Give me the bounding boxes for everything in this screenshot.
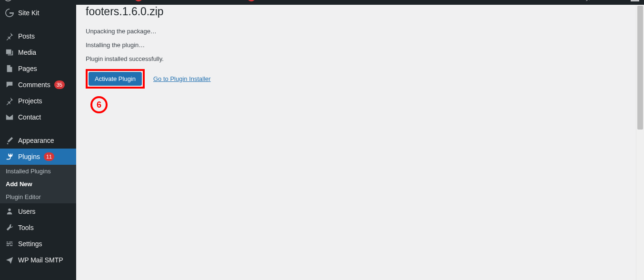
annotation-callout-6: 6 [90,96,108,113]
sidebar-item-media[interactable]: Media [0,44,76,60]
menu-separator [0,128,76,130]
performance-label: Performance [160,0,195,1]
callout-number: 6 [97,100,101,110]
sidebar-item-pages[interactable]: Pages [0,60,76,77]
pin-icon [5,97,14,105]
update-icon [62,0,70,1]
submenu-add-new[interactable]: Add New [0,178,76,190]
sidebar-label: Media [18,49,36,56]
comment-icon [87,0,94,1]
plug-icon [5,152,14,161]
annotation-highlight-box: Activate Plugin [86,69,145,89]
scrollbar-thumb[interactable] [637,6,643,130]
new-label: New [120,0,132,1]
sidebar-item-plugins[interactable]: Plugins 11 [0,149,76,165]
sidebar-item-contact[interactable]: Contact [0,109,76,125]
wpmail-label: WP Mail SMTP [203,0,245,1]
svg-point-1 [8,209,10,211]
sidebar-item-tools[interactable]: Tools [0,220,76,236]
admin-sidebar: Site Kit Posts Media Pages Comments 35 P… [0,5,76,280]
vertical-scrollbar[interactable] [636,5,644,280]
sidebar-label: Posts [18,32,35,40]
sidebar-label: Projects [18,97,42,105]
sidebar-item-wpmail[interactable]: WP Mail SMTP [0,252,76,268]
main-content: footers.1.6.0.zip Unpacking the package…… [76,5,636,98]
sidebar-label: Users [18,208,36,215]
toolbar-comments[interactable]: 55 [83,0,107,5]
toolbar-right[interactable]: Howdy, nanadwumor [565,0,644,5]
sidebar-label: WP Mail SMTP [18,256,63,264]
wpmail-badge: ● [247,0,256,1]
sidebar-item-projects[interactable]: Projects [0,93,76,109]
plugins-badge: 11 [44,152,54,161]
action-row: Activate Plugin Go to Plugin Installer [86,69,626,89]
howdy-text: Howdy, nanadwumor [570,0,628,1]
sidebar-label: Plugins [18,153,40,160]
sidebar-item-posts[interactable]: Posts [0,28,76,44]
site-name-label: FactAlive [30,0,55,1]
sidebar-label: Tools [18,224,34,231]
sidebar-item-site-kit[interactable]: Site Kit [0,5,76,21]
wordpress-icon [4,0,12,1]
send-icon [5,256,14,264]
toolbar-wp-logo[interactable] [0,0,16,5]
activate-plugin-button[interactable]: Activate Plugin [89,72,142,86]
toolbar-wpmail[interactable]: WP Mail SMTP ● [199,0,259,5]
gauge-icon [150,0,158,1]
home-icon [20,0,28,1]
sidebar-label: Site Kit [18,9,39,17]
sliders-icon [5,240,14,248]
mail-icon [5,113,14,121]
media-icon [5,48,14,57]
sidebar-item-comments[interactable]: Comments 35 [0,77,76,93]
menu-separator [0,23,76,26]
submenu-plugin-editor[interactable]: Plugin Editor [0,190,76,203]
avatar [631,0,639,1]
google-icon [5,9,14,17]
sidebar-label: Comments [18,81,50,89]
plugins-submenu: Installed Plugins Add New Plugin Editor [0,165,76,203]
page-icon [5,64,14,73]
brush-icon [5,136,14,145]
status-unpacking: Unpacking the package… [86,28,626,35]
sidebar-label: Settings [18,240,42,248]
toolbar-updates[interactable]: 45 [59,0,82,5]
comments-badge: 35 [54,80,65,89]
admin-toolbar: FactAlive 45 55 New 1 Performance WP Mai… [0,0,644,5]
updates-count: 45 [72,0,79,1]
sidebar-label: Contact [18,113,41,121]
toolbar-new[interactable]: New 1 [107,0,147,5]
status-success: Plugin installed successfully. [86,55,626,62]
status-installing: Installing the plugin… [86,41,626,49]
comments-count: 55 [96,0,103,1]
sidebar-label: Appearance [18,137,54,144]
toolbar-site-name[interactable]: FactAlive [16,0,59,5]
sidebar-label: Pages [18,65,37,72]
sidebar-item-users[interactable]: Users [0,203,76,220]
users-icon [5,207,14,216]
submenu-installed-plugins[interactable]: Installed Plugins [0,165,76,178]
page-title: footers.1.6.0.zip [86,5,626,19]
toolbar-left: FactAlive 45 55 New 1 Performance WP Mai… [0,0,259,5]
comment-icon [5,80,14,89]
wrench-icon [5,223,14,232]
toolbar-performance[interactable]: Performance [147,0,199,5]
sidebar-item-settings[interactable]: Settings [0,236,76,252]
svg-point-0 [4,0,12,1]
sidebar-item-appearance[interactable]: Appearance [0,132,76,149]
new-badge: 1 [134,0,143,1]
plus-icon [110,0,118,1]
pin-icon [5,32,14,40]
go-to-plugin-installer-link[interactable]: Go to Plugin Installer [153,75,211,82]
